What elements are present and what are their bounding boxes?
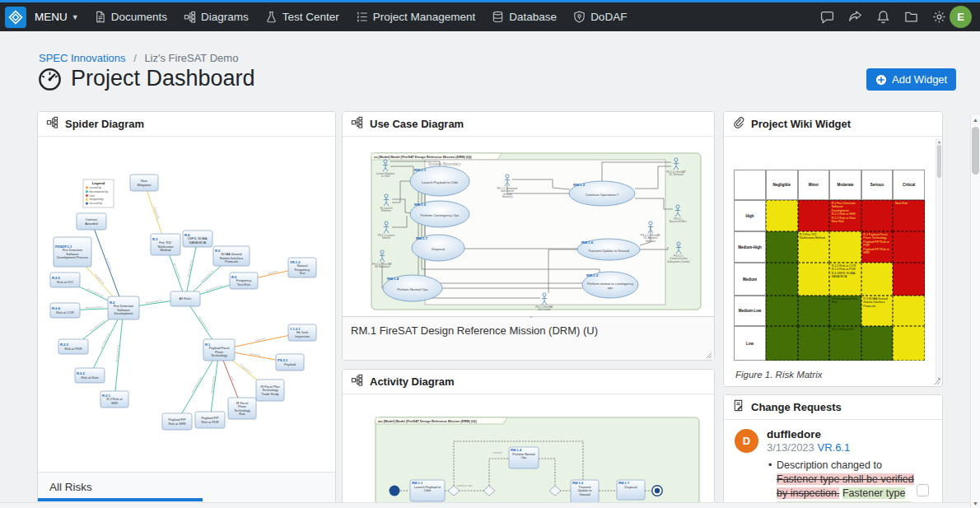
wiki-scrollbar[interactable]: ▲ ▼ bbox=[936, 138, 941, 382]
svg-text:RM.1.7: RM.1.7 bbox=[416, 236, 428, 240]
wiki-content: NegligibleMinorModerateSeriousCriticalHi… bbox=[724, 137, 942, 387]
activity-diagram-widget: Activity Diagram act [Model] Model (Fire… bbox=[342, 369, 715, 508]
nav-item-documents[interactable]: Documents bbox=[94, 11, 167, 23]
svg-text:Element: Element bbox=[381, 209, 390, 212]
user-avatar[interactable]: E bbox=[950, 6, 972, 28]
spider-node[interactable]: FDSDP.1.1Fire DetectionSoftwareDevelopme… bbox=[54, 237, 91, 267]
use-case-ellipse[interactable]: RM.1.6Transmit Update to Ground bbox=[577, 239, 640, 260]
activity-node[interactable]: RM.1.4Perform NormalOps bbox=[509, 447, 539, 468]
start-node[interactable] bbox=[390, 486, 400, 496]
document-icon bbox=[94, 11, 106, 23]
spider-node[interactable]: R.3Fire '911'NotificationMethod bbox=[151, 234, 180, 255]
spider-tab-indicator[interactable] bbox=[38, 498, 203, 501]
use-case-ellipse[interactable]: RM.1.3Perform normal or contingencyops bbox=[582, 272, 638, 298]
spider-node[interactable]: R.2Fire DetectionSoftwareDevelopment bbox=[108, 296, 139, 319]
add-widget-button[interactable]: Add Widget bbox=[866, 68, 956, 91]
matrix-cell bbox=[893, 231, 925, 263]
spider-node[interactable]: Payload F/PRisk at PDR bbox=[195, 412, 225, 428]
matrix-cell bbox=[861, 263, 894, 296]
spider-node[interactable]: R.2.3Risk at PDR bbox=[58, 339, 88, 354]
svg-text:Risk at COR: Risk at COR bbox=[56, 310, 74, 315]
gear-icon-button[interactable] bbox=[932, 10, 946, 24]
spider-node[interactable]: R.6FrequencyTest Risk bbox=[230, 273, 258, 289]
svg-text:Vehicle: Vehicle bbox=[382, 236, 390, 240]
nav-item-label: Database bbox=[509, 11, 557, 23]
svg-text:decomposed by: decomposed by bbox=[186, 259, 193, 277]
change-requests-widget-header[interactable]: Change Requests bbox=[724, 395, 942, 420]
spider-node[interactable]: NewMitigation bbox=[130, 175, 158, 191]
breadcrumb-project-link[interactable]: SPEC Innovations bbox=[39, 52, 126, 64]
matrix-cell: R.6 Frequency Test Risk bbox=[829, 296, 861, 326]
svg-text:Legend: Legend bbox=[92, 181, 105, 185]
svg-text:RM.1.4: RM.1.4 bbox=[387, 277, 399, 281]
wiki-widget-header[interactable]: Project Wiki Widget bbox=[724, 112, 942, 137]
matrix-cell: R.1 Payload Focal Plane TechnologyPayloa… bbox=[861, 231, 894, 263]
spider-node[interactable]: R.5NOAA GroundStation InterfaceProtocols bbox=[213, 246, 250, 266]
resize-handle[interactable] bbox=[706, 352, 712, 359]
activity-widget-header[interactable]: Activity Diagram bbox=[343, 370, 714, 394]
activity-node[interactable]: RM.1.6TransmitUpdate toGround bbox=[571, 480, 599, 503]
resize-handle[interactable] bbox=[934, 379, 940, 385]
scroll-down-arrow-icon[interactable]: ▼ bbox=[971, 501, 980, 506]
change-request-ref-link[interactable]: VR.6.1 bbox=[817, 441, 850, 454]
use-case-widget-header[interactable]: Use Case Diagram bbox=[343, 112, 714, 137]
spider-node[interactable]: Payload F/PRisk at SRR bbox=[162, 413, 192, 430]
chat-icon-button[interactable] bbox=[820, 10, 834, 24]
spider-node[interactable]: 1.1.3.1He TankInspection bbox=[288, 324, 316, 341]
use-case-ellipse[interactable]: RM.1.2Continue Operations? bbox=[569, 181, 635, 206]
spider-node[interactable]: R.2.5Risk at IOC bbox=[50, 273, 80, 287]
use-case-ellipse[interactable]: RM.1.7Disposal bbox=[412, 235, 464, 261]
spider-legend: Legendcaused bydecomposed byrisksmitigat… bbox=[83, 179, 114, 207]
innoslate-logo[interactable] bbox=[5, 7, 26, 28]
bell-icon-button[interactable] bbox=[876, 10, 890, 24]
matrix-cell bbox=[829, 231, 861, 263]
use-case-ellipse[interactable]: RM.1.4Perform Normal Ops bbox=[383, 275, 442, 301]
spider-node[interactable]: PS.3.1Payload bbox=[276, 354, 304, 371]
nav-item-test-center[interactable]: Test Center bbox=[265, 11, 339, 23]
scroll-up-arrow-icon[interactable]: ▲ bbox=[936, 139, 942, 144]
use-case-caption-box[interactable]: ⌃ RM.1 FireSAT Design Reference Mission … bbox=[343, 316, 714, 361]
page-scrollbar-vertical[interactable]: ▲ ▼ bbox=[970, 115, 980, 508]
menu-button[interactable]: MENU ▼ bbox=[35, 11, 79, 23]
folder-icon-button[interactable] bbox=[904, 10, 918, 24]
spider-node[interactable]: R.2.4Risk at COR bbox=[50, 303, 80, 318]
spider-node[interactable]: ContractAwarded bbox=[77, 213, 106, 230]
scrollbar-thumb[interactable] bbox=[972, 127, 979, 175]
activity-node[interactable]: RM.1.1Launch Payload toOrbit bbox=[410, 480, 445, 501]
nav-item-label: Test Center bbox=[282, 11, 339, 23]
spider-node[interactable]: All Risks bbox=[170, 291, 200, 306]
use-case-diagram-canvas: uc [Model] Model (FireSAT Design Referen… bbox=[343, 137, 714, 316]
nav-item-database[interactable]: Database bbox=[492, 11, 557, 23]
top-navbar: MENU ▼ DocumentsDiagramsTest CenterProje… bbox=[0, 2, 980, 31]
spider-footer-label: All Risks bbox=[49, 481, 92, 493]
activity-node[interactable]: RM.1.7Disposal bbox=[617, 480, 645, 500]
page-scrollbar-horizontal[interactable] bbox=[0, 502, 970, 508]
svg-text:Disposal: Disposal bbox=[432, 247, 445, 251]
spider-node[interactable]: R.2.2Risk at Start bbox=[75, 368, 105, 383]
change-request-checkbox[interactable] bbox=[917, 484, 929, 496]
use-case-ellipse[interactable]: RM.1.5Perform Contingency Ops bbox=[410, 201, 469, 227]
breadcrumb-separator: / bbox=[133, 52, 137, 64]
matrix-cell bbox=[766, 200, 798, 231]
matrix-cell bbox=[766, 296, 798, 326]
spider-widget-header[interactable]: Spider Diagram bbox=[38, 112, 335, 137]
splitter-collapse-chevron[interactable]: ⌃ bbox=[529, 315, 534, 323]
spider-node[interactable]: VR.1.2NaturalFrequencyTest bbox=[288, 258, 316, 277]
nav-item-dodaf[interactable]: DoDAF bbox=[573, 11, 627, 23]
matrix-cell bbox=[798, 263, 830, 296]
matrix-row-label: Medium-High bbox=[734, 231, 766, 263]
spider-node[interactable]: IR Focal PlanTechnologyTrade Study bbox=[256, 380, 284, 401]
spider-node[interactable]: R.1Payload FocalPlaneTechnology bbox=[203, 339, 235, 361]
scroll-up-arrow-icon[interactable]: ▲ bbox=[971, 117, 980, 123]
change-request-user: duffledore bbox=[767, 428, 923, 440]
use-case-ellipse[interactable]: RM.1.1Launch Payload to Orbit bbox=[410, 166, 469, 196]
avatar: D bbox=[735, 429, 758, 453]
nav-item-project-management[interactable]: Project Management bbox=[356, 11, 476, 23]
matrix-column-header: Serious bbox=[861, 170, 894, 200]
spider-node[interactable]: R.2.1R.2 Risk atSRR bbox=[100, 391, 128, 408]
spider-node[interactable]: R.4USFS, NOAA,NASA MOA bbox=[183, 231, 212, 247]
nav-item-diagrams[interactable]: Diagrams bbox=[184, 11, 249, 23]
wiki-scrollbar-thumb[interactable] bbox=[937, 145, 941, 178]
spider-node[interactable]: IR FocalPlaneTechnologyRisk bbox=[228, 398, 256, 419]
share-icon-button[interactable] bbox=[848, 10, 862, 24]
